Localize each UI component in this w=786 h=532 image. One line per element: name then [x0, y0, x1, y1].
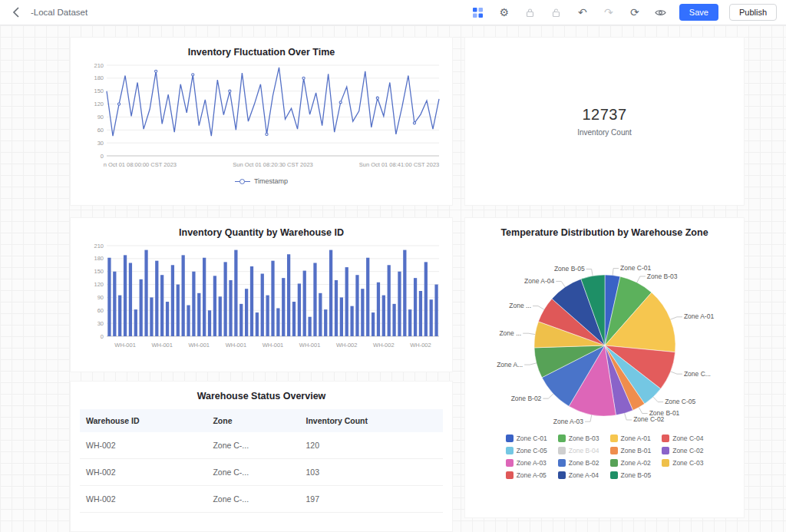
lock-icon[interactable]: [523, 5, 538, 20]
settings-gear-icon[interactable]: ⚙: [497, 5, 512, 20]
line-chart-panel[interactable]: Inventory Fluctuation Over Time 03060901…: [70, 37, 453, 206]
legend-swatch-icon: [610, 459, 618, 467]
pie-legend-item[interactable]: Zone C-03: [662, 459, 703, 467]
bar-chart-panel[interactable]: Inventory Quantity by Warehouse ID 03060…: [70, 217, 453, 372]
pie-legend-item[interactable]: Zone C-05: [506, 447, 547, 454]
pie-legend-item[interactable]: Zone B-05: [610, 471, 652, 479]
legend-label: Zone B-02: [569, 459, 599, 467]
svg-text:180: 180: [94, 255, 104, 262]
legend-label: Zone A-05: [517, 471, 547, 479]
dashboard-canvas: Inventory Fluctuation Over Time 03060901…: [0, 25, 786, 532]
svg-text:Zone ...: Zone ...: [499, 329, 521, 337]
pie-legend-item[interactable]: Zone A-04: [558, 471, 599, 479]
pie-chart-panel[interactable]: Temperature Distribution by Warehouse Zo…: [464, 217, 745, 518]
pie-legend-item[interactable]: Zone C-02: [662, 447, 703, 454]
kpi-panel[interactable]: 12737 Inventory Count: [464, 37, 745, 206]
refresh-icon[interactable]: ⟳: [627, 5, 642, 20]
pie-legend-item[interactable]: Zone A-02: [610, 459, 652, 467]
legend-label: Zone C-05: [517, 447, 547, 454]
svg-text:Zone B-02: Zone B-02: [511, 395, 542, 402]
pie-legend-item[interactable]: Zone B-01: [610, 447, 652, 454]
svg-text:0: 0: [101, 333, 104, 340]
svg-text:n Oct 01 08:00:00 CST 2023: n Oct 01 08:00:00 CST 2023: [104, 161, 177, 168]
svg-text:0: 0: [101, 153, 104, 160]
legend-swatch-icon: [558, 447, 566, 454]
pie-legend-item[interactable]: Zone A-03: [506, 459, 547, 467]
preview-eye-icon[interactable]: [653, 5, 669, 20]
svg-text:WH-001: WH-001: [151, 342, 173, 349]
svg-text:WH-002: WH-002: [410, 342, 431, 349]
publish-button[interactable]: Publish: [729, 4, 777, 21]
svg-text:Zone C-01: Zone C-01: [620, 264, 651, 272]
table-cell: 197: [300, 486, 443, 513]
legend-swatch-icon: [558, 471, 566, 479]
svg-text:Zone B-03: Zone B-03: [647, 273, 678, 280]
undo-icon[interactable]: ↶: [575, 5, 590, 20]
svg-text:90: 90: [97, 294, 104, 301]
back-chevron-icon[interactable]: [9, 5, 23, 19]
table-title: Warehouse Status Overview: [71, 382, 452, 401]
legend-swatch-icon: [506, 459, 514, 467]
table-cell: 103: [300, 459, 443, 486]
svg-text:Zone C-02: Zone C-02: [633, 415, 664, 423]
svg-text:Zone ...: Zone ...: [509, 302, 531, 309]
table-row[interactable]: WH-002Zone C-...103: [80, 459, 443, 486]
pie-legend-item[interactable]: Zone B-02: [558, 459, 599, 467]
line-series-label: Timestamp: [254, 177, 288, 185]
table-cell: WH-002: [80, 459, 206, 486]
pie-legend: Zone C-01Zone B-03Zone A-01Zone C-04Zone…: [465, 435, 744, 479]
pie-legend-item[interactable]: Zone A-05: [506, 471, 547, 479]
pie-legend-item[interactable]: Zone A-01: [610, 435, 652, 442]
pie-chart-title: Temperature Distribution by Warehouse Zo…: [465, 218, 744, 238]
save-button[interactable]: Save: [679, 4, 718, 21]
svg-text:Sun Oct 01 08:20:30 CST 2023: Sun Oct 01 08:20:30 CST 2023: [233, 161, 313, 168]
table-panel[interactable]: Warehouse Status Overview Warehouse IDZo…: [70, 381, 453, 532]
svg-text:90: 90: [97, 114, 104, 121]
table-row[interactable]: WH-002Zone C-...197: [80, 486, 443, 513]
table-header-row: Warehouse IDZoneInventory Count: [80, 409, 443, 432]
table-header-cell: Zone: [206, 409, 299, 432]
pie-legend-item[interactable]: Zone B-04: [558, 447, 599, 454]
legend-swatch-icon: [610, 435, 618, 442]
table-row[interactable]: WH-002Zone C-...120: [80, 432, 443, 459]
svg-text:WH-001: WH-001: [226, 342, 247, 349]
svg-text:WH-001: WH-001: [189, 342, 210, 349]
line-chart-legend[interactable]: Timestamp: [71, 177, 452, 185]
legend-swatch-icon: [610, 471, 618, 479]
table-cell: Zone C-...: [206, 432, 299, 459]
svg-text:60: 60: [97, 307, 104, 314]
legend-swatch-icon: [506, 471, 514, 479]
svg-text:WH-001: WH-001: [114, 342, 136, 349]
legend-swatch-icon: [662, 435, 669, 442]
legend-label: Zone B-01: [621, 447, 652, 454]
legend-label: Zone C-04: [672, 435, 703, 442]
svg-text:210: 210: [94, 62, 104, 69]
legend-swatch-icon: [506, 447, 514, 454]
legend-swatch-icon: [558, 459, 566, 467]
pie-legend-item[interactable]: Zone C-04: [662, 435, 703, 442]
legend-label: Zone B-03: [569, 435, 599, 442]
svg-text:Zone C-05: Zone C-05: [665, 398, 695, 405]
svg-text:WH-001: WH-001: [263, 342, 284, 349]
svg-text:Zone B-05: Zone B-05: [554, 265, 585, 273]
kpi-label: Inventory Count: [577, 128, 632, 137]
pie-legend-item[interactable]: Zone B-03: [558, 435, 599, 442]
svg-text:Zone A-03: Zone A-03: [553, 418, 583, 425]
pie-chart: Zone C-01Zone B-03Zone A-01Zone C...Zone…: [465, 240, 745, 433]
table-cell: 120: [300, 432, 443, 459]
legend-label: Zone A-04: [569, 471, 599, 479]
svg-text:150: 150: [94, 88, 104, 94]
kpi-value: 12737: [582, 106, 626, 124]
pie-legend-item[interactable]: Zone C-01: [506, 435, 547, 442]
table-cell: WH-002: [80, 486, 206, 513]
legend-label: Zone A-01: [621, 435, 651, 442]
table-cell: Zone C-...: [206, 459, 299, 486]
redo-icon[interactable]: ↷: [601, 5, 616, 20]
legend-label: Zone B-05: [621, 471, 652, 479]
svg-text:WH-002: WH-002: [336, 342, 358, 349]
svg-text:120: 120: [94, 101, 104, 107]
line-chart-title: Inventory Fluctuation Over Time: [71, 38, 452, 58]
legend-label: Zone C-02: [672, 447, 703, 454]
unlock-icon[interactable]: [549, 5, 564, 20]
components-grid-icon[interactable]: [471, 5, 486, 20]
